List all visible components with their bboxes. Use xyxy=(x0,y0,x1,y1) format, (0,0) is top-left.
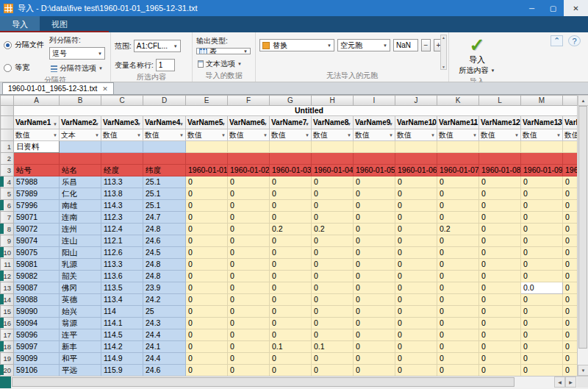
cell[interactable]: 1960-01-02 xyxy=(228,165,270,176)
cell[interactable]: 0 xyxy=(228,318,270,329)
cell[interactable]: 24.5 xyxy=(143,247,186,259)
cell[interactable]: 1960-01-08 xyxy=(479,165,521,176)
cell[interactable]: 0 xyxy=(228,224,270,235)
nan-field[interactable]: NaN xyxy=(393,39,418,51)
cell[interactable]: 57996 xyxy=(14,200,60,212)
cell[interactable]: 59097 xyxy=(14,341,60,353)
cell[interactable]: 0 xyxy=(563,176,578,188)
cell[interactable]: 连平 xyxy=(60,329,101,341)
varname-cell[interactable]: ▼VarName7 xyxy=(270,116,312,129)
range-select[interactable]: A1:CFL... ▼ xyxy=(134,40,181,52)
cell[interactable]: 1960-01-10 xyxy=(563,165,578,176)
cell[interactable]: 25.1 xyxy=(143,188,186,200)
tab-import[interactable]: 导入 xyxy=(0,16,40,32)
cell[interactable]: 0 xyxy=(354,329,395,341)
delimiter-options-button[interactable]: 分隔符选项 ▼ xyxy=(49,63,107,74)
cell[interactable]: 0.0 xyxy=(521,282,563,294)
cell[interactable]: 0 xyxy=(563,329,578,341)
cell[interactable]: 英德 xyxy=(60,294,101,306)
cell[interactable]: 0.2 xyxy=(437,224,479,235)
cell[interactable]: 0 xyxy=(228,188,270,200)
chevron-down-icon[interactable]: ▼ xyxy=(263,133,268,138)
vartype-cell[interactable]: ▼数值 xyxy=(479,129,521,141)
cell[interactable]: 0 xyxy=(563,341,578,353)
cell[interactable]: 0 xyxy=(186,259,228,271)
cell[interactable]: 114.9 xyxy=(101,353,143,365)
cell[interactable]: 0 xyxy=(270,259,312,271)
cell[interactable]: 0 xyxy=(437,341,479,353)
cell[interactable]: 112.1 xyxy=(101,235,143,247)
cell[interactable]: 1960-01-01 xyxy=(186,165,228,176)
cell[interactable]: 0 xyxy=(479,329,521,341)
cell[interactable]: 0 xyxy=(186,188,228,200)
cell[interactable]: 112.4 xyxy=(101,224,143,235)
cell[interactable]: 59087 xyxy=(14,282,60,294)
column-header[interactable]: N xyxy=(563,96,578,106)
cell[interactable]: 0 xyxy=(395,294,437,306)
cell[interactable] xyxy=(437,141,479,153)
cell[interactable]: 0 xyxy=(186,306,228,318)
cell[interactable] xyxy=(354,153,395,165)
cell[interactable]: 0 xyxy=(186,294,228,306)
cell[interactable]: 0 xyxy=(479,247,521,259)
cell[interactable] xyxy=(521,153,563,165)
cell[interactable] xyxy=(563,153,578,165)
cell[interactable]: 0 xyxy=(354,212,395,224)
cell[interactable]: 0 xyxy=(521,176,563,188)
cell[interactable]: 0 xyxy=(354,235,395,247)
cell[interactable]: 0 xyxy=(395,176,437,188)
cell[interactable]: 0 xyxy=(270,188,312,200)
cell[interactable]: 0 xyxy=(312,282,354,294)
horizontal-scrollbar-thumb[interactable] xyxy=(12,377,514,387)
vartype-cell[interactable]: ▼数值 xyxy=(563,129,578,141)
chevron-down-icon[interactable]: ▼ xyxy=(556,122,561,126)
cell[interactable]: 0 xyxy=(270,353,312,365)
cell[interactable]: 0 xyxy=(521,247,563,259)
cell[interactable]: 0 xyxy=(521,224,563,235)
cell[interactable]: 站号 xyxy=(14,165,60,176)
cell[interactable]: 0 xyxy=(479,341,521,353)
cell[interactable]: 0 xyxy=(312,176,354,188)
chevron-down-icon[interactable]: ▼ xyxy=(473,122,477,126)
cell[interactable]: 0 xyxy=(312,318,354,329)
column-header[interactable]: H xyxy=(312,96,354,106)
column-header[interactable]: K xyxy=(437,96,479,106)
cell[interactable] xyxy=(60,153,101,165)
varname-cell[interactable]: ▼VarName12 xyxy=(479,116,521,129)
cell[interactable]: 113.3 xyxy=(101,176,143,188)
chevron-down-icon[interactable]: ▼ xyxy=(179,122,184,126)
cell[interactable]: 0 xyxy=(354,353,395,365)
cell[interactable]: 0 xyxy=(312,294,354,306)
chevron-down-icon[interactable]: ▼ xyxy=(137,133,141,138)
scroll-left-button[interactable]: ◀ xyxy=(554,376,565,388)
help-icon[interactable]: ? xyxy=(568,35,581,46)
cell[interactable] xyxy=(143,153,186,165)
cell[interactable]: 112.3 xyxy=(101,212,143,224)
cell[interactable] xyxy=(437,153,479,165)
cell[interactable]: 经度 xyxy=(101,165,143,176)
radio-fixed-width[interactable]: 等宽 xyxy=(4,63,49,73)
cell[interactable] xyxy=(270,141,312,153)
cell[interactable]: 59099 xyxy=(14,353,60,365)
cell[interactable] xyxy=(228,153,270,165)
row-header[interactable]: 3 xyxy=(1,165,14,176)
chevron-down-icon[interactable]: ▼ xyxy=(389,122,393,126)
column-header[interactable]: E xyxy=(186,96,228,106)
cell[interactable] xyxy=(395,141,437,153)
cell[interactable]: 0 xyxy=(395,212,437,224)
column-header[interactable]: C xyxy=(101,96,143,106)
cell[interactable] xyxy=(479,153,521,165)
chevron-down-icon[interactable]: ▼ xyxy=(347,133,351,138)
vartype-cell[interactable]: ▼数值 xyxy=(101,129,143,141)
cell[interactable]: 0 xyxy=(521,200,563,212)
cell[interactable]: 0 xyxy=(521,259,563,271)
cell[interactable]: 59071 xyxy=(14,212,60,224)
cell[interactable]: 0 xyxy=(395,200,437,212)
chevron-down-icon[interactable]: ▼ xyxy=(95,133,99,138)
cell[interactable]: 0 xyxy=(521,318,563,329)
cell[interactable]: 0 xyxy=(395,282,437,294)
cell[interactable]: 57989 xyxy=(14,188,60,200)
cell[interactable] xyxy=(312,153,354,165)
cell[interactable]: 0 xyxy=(354,282,395,294)
chevron-down-icon[interactable]: ▼ xyxy=(514,122,519,126)
